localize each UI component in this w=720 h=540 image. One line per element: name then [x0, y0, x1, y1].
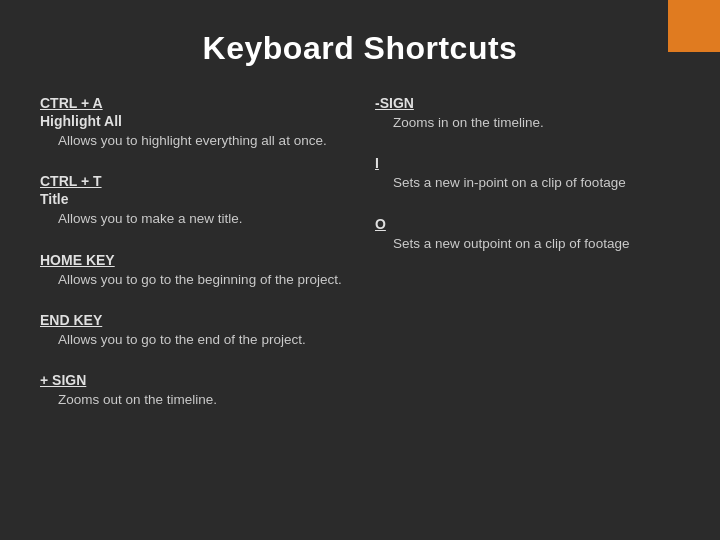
- shortcut-key-end: END KEY: [40, 312, 345, 328]
- shortcut-desc-minus: Zooms in on the timeline.: [375, 113, 680, 133]
- shortcut-minus-sign: -SIGN Zooms in on the timeline.: [375, 95, 680, 133]
- shortcut-key-ctrl-t: CTRL + T: [40, 173, 345, 189]
- shortcut-key-ctrl-a: CTRL + A: [40, 95, 345, 111]
- right-column: -SIGN Zooms in on the timeline. I Sets a…: [375, 95, 680, 432]
- shortcut-name-ctrl-t: Title: [40, 191, 345, 207]
- page-container: Keyboard Shortcuts CTRL + A Highlight Al…: [0, 0, 720, 540]
- shortcut-key-plus: + SIGN: [40, 372, 345, 388]
- shortcut-ctrl-a: CTRL + A Highlight All Allows you to hig…: [40, 95, 345, 151]
- shortcut-desc-home: Allows you to go to the beginning of the…: [40, 270, 345, 290]
- shortcut-home-key: HOME KEY Allows you to go to the beginni…: [40, 252, 345, 290]
- shortcut-i: I Sets a new in-point on a clip of foota…: [375, 155, 680, 193]
- shortcut-key-home: HOME KEY: [40, 252, 345, 268]
- shortcut-o: O Sets a new outpoint on a clip of foota…: [375, 216, 680, 254]
- orange-accent-decoration: [668, 0, 720, 52]
- shortcut-end-key: END KEY Allows you to go to the end of t…: [40, 312, 345, 350]
- shortcut-key-i: I: [375, 155, 680, 171]
- shortcut-desc-ctrl-a: Allows you to highlight everything all a…: [40, 131, 345, 151]
- shortcut-desc-o: Sets a new outpoint on a clip of footage: [375, 234, 680, 254]
- page-title: Keyboard Shortcuts: [40, 30, 680, 67]
- shortcut-desc-plus: Zooms out on the timeline.: [40, 390, 345, 410]
- shortcut-key-o: O: [375, 216, 680, 232]
- shortcut-plus-sign: + SIGN Zooms out on the timeline.: [40, 372, 345, 410]
- shortcut-desc-end: Allows you to go to the end of the proje…: [40, 330, 345, 350]
- shortcut-desc-ctrl-t: Allows you to make a new title.: [40, 209, 345, 229]
- left-column: CTRL + A Highlight All Allows you to hig…: [40, 95, 345, 432]
- shortcut-key-minus: -SIGN: [375, 95, 680, 111]
- shortcut-ctrl-t: CTRL + T Title Allows you to make a new …: [40, 173, 345, 229]
- shortcut-name-ctrl-a: Highlight All: [40, 113, 345, 129]
- shortcut-desc-i: Sets a new in-point on a clip of footage: [375, 173, 680, 193]
- content-area: CTRL + A Highlight All Allows you to hig…: [40, 95, 680, 432]
